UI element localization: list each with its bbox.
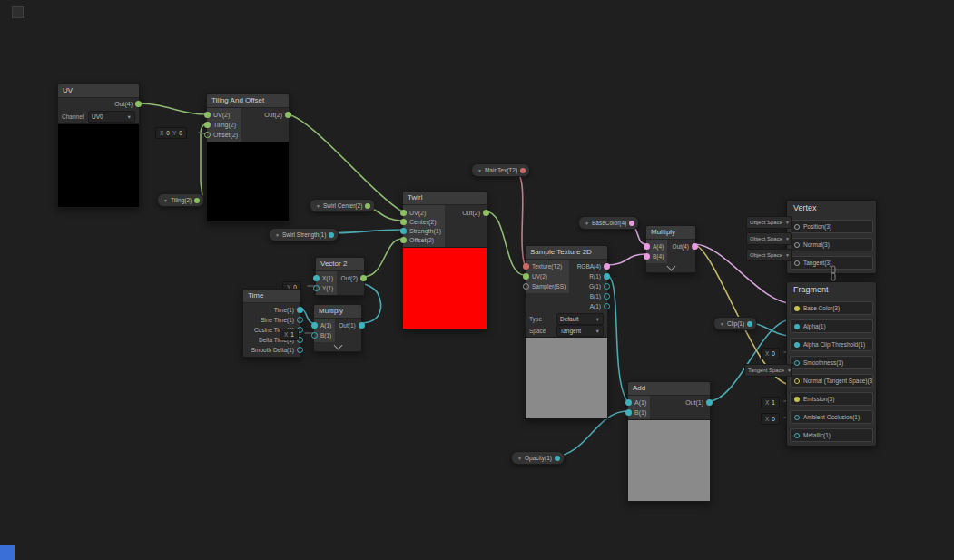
node-twirl[interactable]: Twirl UV(2) Center(2) Strength(1) Offset… xyxy=(402,191,487,329)
input-port[interactable] xyxy=(625,399,632,406)
output-port[interactable] xyxy=(297,347,303,353)
node-title[interactable]: UV xyxy=(58,84,139,98)
output-port[interactable] xyxy=(604,273,610,280)
fragment-row-basecolor[interactable]: Base Color(3) xyxy=(790,301,873,315)
input-port[interactable] xyxy=(400,237,407,243)
output-port[interactable] xyxy=(604,303,610,309)
toolbar-icon[interactable] xyxy=(12,6,24,18)
input-port[interactable] xyxy=(794,260,800,266)
multiply-b-chip[interactable]: X1 xyxy=(280,329,299,340)
output-port[interactable] xyxy=(629,221,634,226)
output-port[interactable] xyxy=(604,293,610,300)
expander-icon[interactable]: ▼ xyxy=(316,203,320,209)
input-port[interactable] xyxy=(400,228,407,234)
fragment-row-normal[interactable]: Normal (Tangent Space)(3) xyxy=(790,374,873,388)
output-port[interactable] xyxy=(360,275,367,281)
fragment-row-metallic[interactable]: Metallic(1) xyxy=(790,428,873,442)
node-title[interactable]: Tiling And Offset xyxy=(207,94,289,108)
node-title[interactable]: Vector 2 xyxy=(316,258,364,271)
input-port[interactable] xyxy=(794,306,800,311)
wire-vector2-to-twirl-offset[interactable] xyxy=(363,239,402,277)
space-dropdown-position[interactable]: Object Space▼ xyxy=(746,216,792,229)
normal-space-dropdown[interactable]: Tangent Space▼ xyxy=(744,364,792,377)
output-port[interactable] xyxy=(747,321,752,327)
input-port[interactable] xyxy=(313,275,320,281)
node-sample-texture-2d[interactable]: Sample Texture 2D Texture(T2) UV(2) Samp… xyxy=(525,245,608,419)
smoothness-chip[interactable]: X0 xyxy=(761,348,780,359)
wire-twirl-to-sample-uv[interactable] xyxy=(486,211,525,275)
input-port[interactable] xyxy=(523,273,529,280)
ao-chip[interactable]: X1 xyxy=(761,397,780,408)
input-port[interactable] xyxy=(311,322,318,329)
node-uv[interactable]: UV Out(4) Channel UV0▼ xyxy=(57,84,140,208)
input-port[interactable] xyxy=(204,112,211,118)
node-tiling-and-offset[interactable]: Tiling And Offset UV(2) Tiling(2) Offset… xyxy=(206,93,290,222)
input-port[interactable] xyxy=(794,242,800,248)
wire-maintex-to-sample-texture[interactable] xyxy=(514,169,525,265)
node-title[interactable]: Multiply xyxy=(314,305,361,319)
channel-dropdown[interactable]: UV0▼ xyxy=(88,111,135,123)
wire-uv-to-tilingoffset[interactable] xyxy=(138,103,206,114)
space-dropdown-tangent[interactable]: Object Space▼ xyxy=(746,249,792,261)
shader-graph-canvas[interactable]: UV Out(4) Channel UV0▼ Tiling And Offset… xyxy=(0,0,954,560)
expand-preview-chevron-icon[interactable] xyxy=(333,341,342,350)
property-clip[interactable]: ▼ Clip(1) xyxy=(713,317,757,330)
fragment-row-alphaclip[interactable]: Alpha Clip Threshold(1) xyxy=(790,338,873,351)
node-title[interactable]: Sample Texture 2D xyxy=(526,246,607,260)
fragment-row-smoothness[interactable]: Smoothness(1) xyxy=(790,356,873,369)
vertex-block[interactable]: Vertex Position(3) Normal(3) Tangent(3) xyxy=(786,200,877,274)
input-port[interactable] xyxy=(794,224,800,230)
output-port[interactable] xyxy=(520,168,526,173)
input-port[interactable] xyxy=(794,415,800,420)
output-port[interactable] xyxy=(297,307,303,313)
input-port[interactable] xyxy=(644,243,650,250)
output-port[interactable] xyxy=(297,317,303,323)
output-port[interactable] xyxy=(706,399,713,406)
property-swirl-center[interactable]: ▼ Swirl Center(2) xyxy=(310,199,375,212)
output-port[interactable] xyxy=(194,198,200,203)
fragment-row-emission[interactable]: Emission(3) xyxy=(790,392,873,406)
node-time[interactable]: Time Time(1) Sine Time(1) Cosine Time(1)… xyxy=(242,289,301,358)
node-multiply-color[interactable]: Multiply A(4) B(4) Out(4) xyxy=(645,225,696,273)
vertex-row-normal[interactable]: Normal(3) xyxy=(790,238,873,251)
input-port[interactable] xyxy=(794,324,800,329)
property-swirl-strength[interactable]: ▼ Swirl Strength(1) xyxy=(269,228,339,241)
expander-icon[interactable]: ▼ xyxy=(517,456,522,461)
input-port[interactable] xyxy=(794,360,800,366)
node-title[interactable]: Time xyxy=(243,290,300,303)
expander-icon[interactable]: ▼ xyxy=(163,198,168,203)
property-basecolor[interactable]: ▼ BaseColor(4) xyxy=(578,216,639,230)
input-port[interactable] xyxy=(625,409,632,416)
output-port[interactable] xyxy=(483,210,489,216)
node-vector2[interactable]: Vector 2 X(1) Y(1) Out(2) xyxy=(315,257,365,296)
input-port[interactable] xyxy=(794,397,800,402)
output-port[interactable] xyxy=(329,232,334,238)
expander-icon[interactable]: ▼ xyxy=(585,221,589,226)
node-multiply-time[interactable]: Multiply A(1) B(1) Out(1) xyxy=(313,304,362,352)
output-port[interactable] xyxy=(555,456,560,461)
wire-rgba-to-multiply-b[interactable] xyxy=(606,254,645,265)
fragment-row-ao[interactable]: Ambient Occlusion(1) xyxy=(790,410,873,424)
wire-add-to-fragment-alpha[interactable] xyxy=(709,319,792,401)
input-port[interactable] xyxy=(644,253,650,260)
expander-icon[interactable]: ▼ xyxy=(275,232,280,238)
input-port[interactable] xyxy=(523,263,529,270)
input-port[interactable] xyxy=(400,219,407,225)
space-dropdown[interactable]: Tangent▼ xyxy=(556,325,604,337)
fragment-block[interactable]: Fragment Base Color(3) Alpha(1) Alpha Cl… xyxy=(786,281,877,447)
input-port[interactable] xyxy=(204,132,211,138)
input-port[interactable] xyxy=(311,332,318,339)
property-opacity[interactable]: ▼ Opacity(1) xyxy=(511,451,565,465)
node-add[interactable]: Add A(1) B(1) Out(1) xyxy=(627,381,711,502)
fragment-row-alpha[interactable]: Alpha(1) xyxy=(790,319,873,333)
node-title[interactable]: Multiply xyxy=(646,226,695,240)
input-port[interactable] xyxy=(523,283,529,290)
input-port[interactable] xyxy=(204,122,211,128)
type-dropdown[interactable]: Default▼ xyxy=(556,313,604,325)
input-port[interactable] xyxy=(400,210,407,216)
expander-icon[interactable]: ▼ xyxy=(720,321,724,327)
space-dropdown-normal[interactable]: Object Space▼ xyxy=(746,232,792,245)
node-title[interactable]: Add xyxy=(628,382,710,396)
input-port[interactable] xyxy=(794,378,800,384)
expand-preview-chevron-icon[interactable] xyxy=(666,262,675,271)
